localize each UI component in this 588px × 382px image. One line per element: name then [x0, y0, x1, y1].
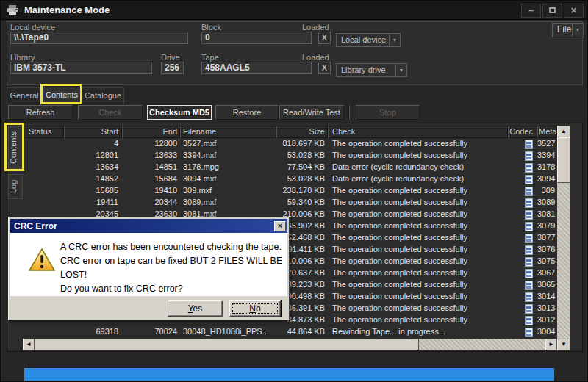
- column-header-start[interactable]: Start: [64, 126, 122, 138]
- cell-codec: [508, 197, 537, 209]
- cell-filename: 309.mxf: [180, 185, 276, 197]
- cell-check: The operation completed successfully: [328, 256, 508, 267]
- cell-codec: [508, 291, 537, 303]
- cell-codec: [508, 220, 537, 232]
- column-header-meta[interactable]: Meta: [537, 126, 557, 138]
- table-header: Status Start End Filename Size Check Cod…: [23, 126, 557, 138]
- maximize-button[interactable]: [542, 4, 562, 18]
- dialog-message: A CRC error has been encountered checkin…: [60, 240, 287, 296]
- codec-file-icon: [525, 269, 533, 278]
- unload-library-button[interactable]: X: [318, 62, 331, 74]
- vertical-scrollbar[interactable]: ▲ ▼: [557, 126, 570, 350]
- codec-file-icon: [525, 222, 533, 231]
- cell-check: The operation completed successfully: [328, 244, 508, 256]
- chevron-down-icon: ▼: [389, 34, 400, 46]
- chevron-down-icon: ▼: [572, 24, 583, 37]
- refresh-button[interactable]: Refresh: [8, 105, 73, 120]
- tape-field[interactable]: 458AAGL5: [201, 62, 312, 74]
- loaded-label-2: Loaded: [302, 53, 329, 62]
- side-tab-log[interactable]: Log: [8, 174, 23, 199]
- column-header-codec[interactable]: Codec: [508, 126, 537, 138]
- column-header-end[interactable]: End: [122, 126, 180, 138]
- file-menu-button[interactable]: File ▼: [552, 23, 584, 37]
- scroll-down-icon[interactable]: ▼: [557, 339, 570, 350]
- codec-file-icon: [525, 234, 533, 243]
- column-header-status[interactable]: Status: [23, 126, 64, 138]
- cell-codec: [508, 314, 537, 326]
- tab-general[interactable]: General: [7, 87, 42, 104]
- cell-filename: 3094.mxf: [180, 173, 276, 185]
- codec-file-icon: [525, 163, 533, 173]
- block-field[interactable]: 0: [201, 32, 312, 44]
- cell-meta: 309: [537, 185, 557, 197]
- cell-filename: 3089.mxf: [180, 197, 276, 209]
- cell-start: 12801: [64, 150, 122, 162]
- library-field[interactable]: IBM 3573-TL: [10, 62, 152, 74]
- chevron-down-icon: ▼: [395, 64, 406, 76]
- table-row[interactable]: 693187002430048_HD1080i_PPS...44.864 KBR…: [23, 326, 557, 338]
- table-row[interactable]: 19411203443089.mxf59.340 KBThe operation…: [23, 197, 557, 209]
- cell-start: 13634: [64, 162, 122, 173]
- cell-codec: [508, 232, 537, 244]
- cell-end: 14851: [122, 162, 180, 173]
- cell-check: The operation completed successfully: [328, 150, 508, 162]
- stop-button[interactable]: Stop: [356, 105, 420, 120]
- table-row[interactable]: 14852156843094.mxf53.028 KBData error (c…: [23, 173, 557, 185]
- unload-device-button[interactable]: X: [318, 32, 331, 44]
- table-row[interactable]: 1568519410309.mxf238.170 KBThe operation…: [23, 185, 557, 197]
- horizontal-scroll-thumb[interactable]: [35, 339, 419, 350]
- tab-catalogue[interactable]: Catalogue: [82, 87, 124, 104]
- table-row[interactable]: 4128003527.mxf818.697 KBThe operation co…: [23, 138, 557, 150]
- cell-meta: 3079: [537, 220, 557, 232]
- cell-end: 15684: [122, 173, 180, 185]
- cell-codec: [508, 267, 537, 279]
- cell-check: The operation completed successfully: [328, 185, 508, 197]
- read-write-test-button[interactable]: Read/Write Test: [279, 105, 344, 120]
- cell-codec: [508, 150, 537, 162]
- cell-size: 77.504 KB: [276, 162, 328, 173]
- check-button[interactable]: Check: [78, 105, 143, 120]
- codec-file-icon: [525, 210, 533, 220]
- cell-codec: [508, 162, 537, 173]
- cell-codec: [508, 138, 537, 150]
- minimize-button[interactable]: –: [521, 4, 541, 18]
- vertical-scroll-thumb[interactable]: [557, 137, 570, 183]
- scroll-left-icon[interactable]: ◄: [23, 339, 35, 350]
- drive-field[interactable]: 256: [161, 62, 184, 74]
- scroll-right-icon[interactable]: ►: [545, 339, 557, 350]
- close-button[interactable]: ×: [564, 4, 584, 18]
- horizontal-scrollbar[interactable]: ◄ ►: [23, 339, 557, 350]
- dialog-footer: Yes No: [10, 296, 287, 319]
- no-button[interactable]: No: [229, 300, 281, 317]
- dialog-close-icon[interactable]: ×: [274, 221, 286, 231]
- cell-check: The operation completed successfully: [328, 197, 508, 209]
- device-type-dropdown[interactable]: Local device ▼: [336, 33, 401, 47]
- column-header-filename[interactable]: Filename: [180, 126, 276, 138]
- scroll-up-icon[interactable]: ▲: [557, 126, 570, 137]
- checksum-md5-button[interactable]: Checksum MD5: [147, 105, 212, 120]
- cell-codec: [508, 279, 537, 291]
- column-header-size[interactable]: Size: [276, 126, 328, 138]
- dialog-message-line3: Do you want to fix CRC error?: [60, 282, 287, 296]
- cell-size: 59.340 KB: [276, 197, 328, 209]
- cell-codec: [508, 209, 537, 220]
- side-tab-contents[interactable]: Contents: [8, 126, 23, 169]
- cell-meta: 3065: [537, 279, 557, 291]
- table-row[interactable]: 12801136333394.mxf53.028 KBThe operation…: [23, 150, 557, 162]
- cell-check: The operation completed successfully: [328, 232, 508, 244]
- local-device-field[interactable]: \\.\Tape0: [10, 32, 188, 44]
- cell-check: The operation completed successfully: [328, 267, 508, 279]
- codec-file-icon: [525, 292, 533, 302]
- column-header-check[interactable]: Check: [328, 126, 508, 138]
- tab-contents[interactable]: Contents: [43, 87, 81, 104]
- restore-button[interactable]: Restore: [215, 105, 279, 120]
- dialog-title-bar[interactable]: CRC Error ×: [10, 219, 287, 233]
- dialog-body: A CRC error has been encountered checkin…: [10, 233, 287, 296]
- title-bar[interactable]: Maintenance Mode – ×: [1, 1, 588, 20]
- codec-file-icon: [525, 245, 533, 255]
- cell-check: The operation completed successfully: [328, 314, 508, 326]
- table-row[interactable]: 13634148513178.mpg77.504 KBData error (c…: [23, 162, 557, 173]
- library-drive-dropdown[interactable]: Library drive ▼: [336, 63, 407, 77]
- yes-button[interactable]: Yes: [168, 300, 223, 317]
- cell-meta: 3089: [537, 197, 557, 209]
